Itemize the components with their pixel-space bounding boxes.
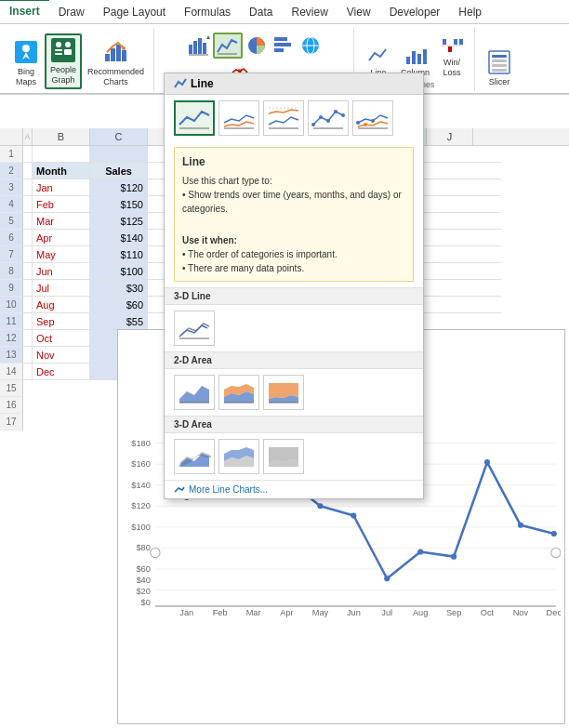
- drag-handle-left[interactable]: [151, 548, 160, 557]
- tooltip-bullet-3: • There are many data points.: [182, 261, 405, 275]
- month-cell: Aug: [33, 297, 90, 313]
- insert-bar-button[interactable]: [271, 33, 297, 59]
- more-line-charts-link[interactable]: More Line Charts...: [165, 480, 423, 498]
- insert-pie-button[interactable]: [244, 33, 270, 59]
- group-maps: BingMaps PeopleGraph: [4, 28, 154, 91]
- column-sparkline-icon: [404, 46, 427, 66]
- svg-rect-9: [111, 48, 115, 61]
- svg-point-80: [311, 123, 315, 126]
- recommended-charts-button[interactable]: RecommendedCharts: [84, 37, 148, 89]
- tab-view[interactable]: View: [337, 0, 380, 23]
- popup-header: Line: [165, 73, 423, 95]
- area-basic-thumb[interactable]: [174, 375, 215, 410]
- svg-rect-15: [198, 38, 202, 54]
- area-100-thumb[interactable]: [263, 375, 304, 410]
- recommended-charts-icon: [103, 39, 129, 65]
- svg-text:Oct: Oct: [481, 608, 495, 617]
- row-num-9: 9: [0, 280, 23, 297]
- svg-point-86: [356, 121, 360, 125]
- area-3d-1-preview: [178, 443, 211, 470]
- area-3d-3-thumb[interactable]: [263, 439, 304, 474]
- tab-page-layout[interactable]: Page Layout: [94, 0, 175, 23]
- bar-chart-icon: [272, 35, 295, 56]
- line-basic-preview: [178, 104, 211, 132]
- svg-rect-8: [105, 54, 110, 61]
- month-cell: Jan: [33, 179, 90, 196]
- svg-text:$100: $100: [131, 523, 151, 532]
- data-point-aug: [417, 549, 423, 554]
- drag-handle-right[interactable]: [551, 548, 561, 557]
- tab-insert[interactable]: Insert: [0, 0, 49, 23]
- area-stacked-thumb[interactable]: [218, 375, 259, 410]
- area-stacked-preview: [222, 378, 256, 406]
- svg-rect-6: [55, 53, 62, 55]
- winloss-sparkline-icon: [441, 35, 463, 56]
- line-markers-thumb[interactable]: [308, 100, 349, 136]
- svg-text:Feb: Feb: [213, 608, 228, 617]
- svg-text:Sep: Sep: [446, 608, 461, 617]
- svg-text:Jan: Jan: [179, 608, 193, 617]
- line-markers-stacked-preview: [356, 104, 390, 132]
- svg-rect-5: [55, 49, 62, 51]
- area-3d-2-preview: [222, 443, 256, 470]
- row-num-4: 4: [0, 196, 23, 213]
- svg-text:Aug: Aug: [413, 608, 428, 617]
- svg-point-81: [319, 115, 323, 119]
- bing-maps-label: BingMaps: [16, 67, 36, 87]
- svg-point-83: [334, 110, 337, 113]
- maps-button[interactable]: [298, 33, 324, 59]
- col-b: B: [33, 128, 90, 145]
- row-num-13: 13: [0, 347, 23, 364]
- svg-text:$20: $20: [136, 587, 150, 596]
- line-stacked-thumb[interactable]: [218, 100, 259, 136]
- section-3d-line: 3-D Line: [165, 287, 423, 305]
- line-3d-thumb[interactable]: [174, 311, 215, 346]
- line-markers-stacked-thumb[interactable]: [352, 100, 393, 136]
- month-cell: Jun: [33, 263, 90, 280]
- svg-text:$0: $0: [141, 598, 151, 607]
- tooltip-bullet-1: • Show trends over time (years, months, …: [182, 188, 405, 216]
- tab-draw[interactable]: Draw: [49, 0, 94, 23]
- row-num-14: 14: [0, 364, 23, 380]
- tooltip-use-for: Use this chart type to:: [182, 174, 405, 188]
- people-graph-label: PeopleGraph: [50, 65, 76, 86]
- sales-cell: $30: [90, 280, 148, 297]
- svg-rect-41: [492, 55, 507, 58]
- month-cell: Jul: [33, 280, 90, 297]
- bing-maps-button[interactable]: BingMaps: [9, 37, 43, 89]
- column-chart-icon: [188, 35, 210, 56]
- tab-help[interactable]: Help: [449, 0, 491, 23]
- svg-rect-44: [492, 69, 507, 72]
- line-markers-preview: [311, 104, 345, 132]
- slicer-button[interactable]: Slicer: [483, 47, 516, 89]
- more-charts-icon: [174, 485, 185, 495]
- row-num-6: 6: [0, 230, 23, 246]
- svg-rect-14: [193, 41, 197, 54]
- slicer-label: Slicer: [489, 77, 510, 87]
- tab-review[interactable]: Review: [282, 0, 337, 23]
- winloss-sparkline-button[interactable]: Win/Loss: [435, 33, 469, 80]
- area-3d-1-thumb[interactable]: [174, 439, 215, 474]
- data-point-nov: [518, 523, 523, 528]
- area-3d-row: [165, 433, 423, 480]
- area-3d-2-thumb[interactable]: [218, 439, 259, 474]
- people-graph-button[interactable]: PeopleGraph: [45, 33, 82, 89]
- sales-cell: $120: [90, 179, 148, 196]
- svg-text:$120: $120: [131, 501, 151, 510]
- data-point-jul: [384, 576, 390, 581]
- svg-text:Mar: Mar: [246, 608, 261, 617]
- recommended-charts-label: RecommendedCharts: [87, 67, 144, 87]
- data-point-may: [317, 503, 323, 509]
- sales-cell: $125: [90, 213, 148, 230]
- line-3d-preview: [178, 314, 211, 342]
- line-basic-thumb[interactable]: [174, 100, 215, 136]
- insert-column-button[interactable]: [186, 33, 212, 59]
- line-100-thumb[interactable]: [263, 100, 304, 136]
- tab-developer[interactable]: Developer: [380, 0, 450, 23]
- sales-cell: $55: [90, 313, 148, 330]
- insert-line-button[interactable]: [213, 33, 243, 59]
- svg-text:$160: $160: [131, 459, 151, 469]
- tab-data[interactable]: Data: [240, 0, 282, 23]
- tab-formulas[interactable]: Formulas: [175, 0, 240, 23]
- tooltip-use-when: Use it when:: [182, 233, 405, 247]
